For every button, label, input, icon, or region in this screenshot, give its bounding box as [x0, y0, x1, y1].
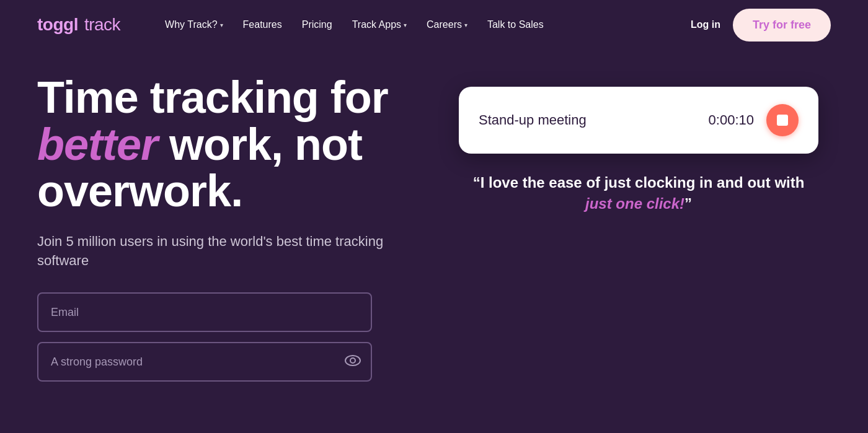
main-nav: Why Track? ▾ Features Pricing Track Apps…: [120, 14, 691, 35]
stop-button[interactable]: [766, 104, 799, 136]
timer-time: 0:00:10: [709, 112, 754, 128]
try-for-free-button[interactable]: Try for free: [733, 9, 831, 42]
nav-item-features[interactable]: Features: [236, 14, 290, 35]
header: toggl track Why Track? ▾ Features Pricin…: [0, 0, 868, 50]
logo: toggl track: [37, 15, 120, 35]
email-field[interactable]: [37, 292, 372, 332]
timer-card: Stand-up meeting 0:00:10: [459, 87, 818, 154]
show-password-icon[interactable]: [345, 354, 361, 370]
nav-item-pricing[interactable]: Pricing: [294, 14, 340, 35]
testimonial: “I love the ease of just clocking in and…: [459, 172, 818, 214]
logo-track: track: [84, 15, 120, 35]
svg-point-1: [350, 358, 355, 363]
hero-title: Time tracking for better work, not overw…: [37, 74, 422, 215]
nav-item-why-track[interactable]: Why Track? ▾: [157, 14, 230, 35]
hero-subtitle: Join 5 million users in using the world'…: [37, 232, 422, 271]
chevron-down-icon: ▾: [220, 22, 223, 28]
header-actions: Log in Try for free: [691, 9, 831, 42]
nav-item-talk-to-sales[interactable]: Talk to Sales: [480, 14, 551, 35]
password-wrapper: [37, 342, 372, 382]
nav-item-track-apps[interactable]: Track Apps ▾: [345, 14, 414, 35]
right-panel: Stand-up meeting 0:00:10 “I love the eas…: [446, 74, 831, 382]
logo-toggl: toggl: [37, 15, 78, 35]
email-input-wrapper: [37, 292, 422, 332]
chevron-down-icon: ▾: [404, 22, 407, 28]
nav-item-careers[interactable]: Careers ▾: [419, 14, 475, 35]
left-panel: Time tracking for better work, not overw…: [37, 74, 422, 382]
password-field[interactable]: [37, 342, 372, 382]
login-button[interactable]: Log in: [691, 19, 720, 30]
timer-right: 0:00:10: [709, 104, 799, 136]
stop-icon: [777, 115, 788, 126]
chevron-down-icon: ▾: [464, 22, 467, 28]
timer-label: Stand-up meeting: [479, 112, 587, 128]
main-content: Time tracking for better work, not overw…: [0, 50, 868, 406]
svg-point-0: [345, 356, 360, 365]
